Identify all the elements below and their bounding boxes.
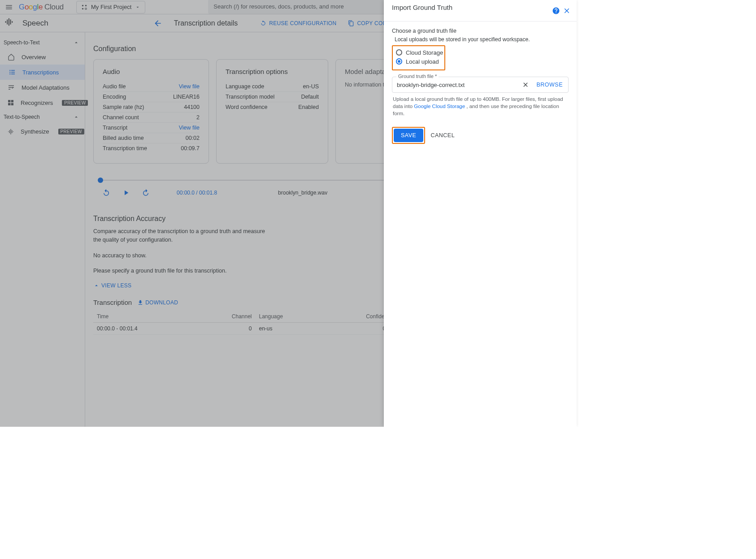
panel-title: Import Ground Truth xyxy=(392,4,551,11)
annotation-highlight: SAVE xyxy=(392,127,425,144)
help-icon[interactable] xyxy=(551,5,561,16)
field-label: Ground truth file * xyxy=(396,74,439,79)
radio-local-upload[interactable]: Local upload xyxy=(396,57,443,66)
radio-cloud-storage[interactable]: Cloud Storage xyxy=(396,48,443,57)
choose-hint: Local uploads will be stored in your spe… xyxy=(395,36,569,43)
clear-icon[interactable] xyxy=(520,79,531,90)
browse-button[interactable]: BROWSE xyxy=(534,82,565,88)
radio-icon xyxy=(396,49,402,56)
ground-truth-file-field[interactable]: BROWSE xyxy=(392,77,569,93)
choose-label: Choose a ground truth file xyxy=(392,28,569,34)
close-icon[interactable] xyxy=(561,5,572,16)
ground-truth-file-input[interactable] xyxy=(397,82,517,88)
annotation-highlight: Cloud Storage Local upload xyxy=(392,45,445,70)
import-ground-truth-panel: Import Ground Truth Choose a ground trut… xyxy=(384,0,577,427)
save-button[interactable]: SAVE xyxy=(394,129,423,142)
gcs-link[interactable]: Google Cloud Storage xyxy=(414,104,466,109)
radio-icon xyxy=(396,58,402,65)
cancel-button[interactable]: CANCEL xyxy=(430,132,455,139)
helper-text: Upload a local ground truth file of up t… xyxy=(393,95,568,117)
